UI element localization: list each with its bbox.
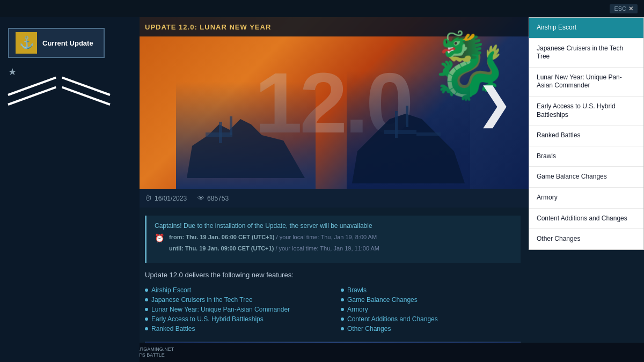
feature-bullet — [145, 289, 148, 292]
main-content: ⚓ Current Update ★ UPDATE 12.0: LUNAR NE… — [0, 17, 644, 362]
feature-item-right[interactable]: Armory — [341, 305, 521, 314]
chevron-line-left — [8, 77, 56, 96]
hero-image: UPDATE 12.0: LUNAR NEW YEAR 🐉 12.0 — [137, 17, 529, 189]
right-menu: Airship EscortJapanese Cruisers in the T… — [529, 17, 644, 250]
current-update-button[interactable]: ⚓ Current Update — [8, 28, 105, 58]
chevron-line2-left — [8, 86, 56, 106]
feature-label: Armory — [347, 306, 368, 313]
right-menu-item-5[interactable]: Brawls — [529, 146, 643, 167]
feature-item-left[interactable]: Airship Escort — [145, 285, 325, 295]
view-count: 685753 — [207, 195, 229, 202]
left-nav: ⚓ Current Update ★ — [0, 17, 140, 362]
meta-bar: ⏱ 16/01/2023 👁 685753 — [137, 189, 529, 208]
notice-from-time: Thu. 19 Jan. 06:00 CET (UTC+1) / your lo… — [186, 234, 377, 240]
center-content[interactable]: UPDATE 12.0: LUNAR NEW YEAR 🐉 12.0 — [137, 17, 529, 362]
update-title: UPDATE 12.0: LUNAR NEW YEAR — [145, 23, 271, 31]
hero-ship-right — [347, 71, 470, 189]
feature-bullet — [341, 298, 344, 301]
feature-label: Lunar New Year: Unique Pan-Asian Command… — [151, 306, 290, 313]
feature-label: Brawls — [347, 286, 367, 294]
right-menu-item-9[interactable]: Other Changes — [529, 229, 643, 249]
feature-item-left[interactable]: Ranked Battles — [145, 324, 325, 334]
features-left-col: Airship EscortJapanese Cruisers in the T… — [145, 285, 325, 334]
feature-bullet — [341, 327, 344, 330]
eye-icon: 👁 — [197, 194, 204, 202]
esc-label: ESC — [614, 5, 626, 12]
right-menu-item-4[interactable]: Ranked Battles — [529, 125, 643, 146]
esc-button[interactable]: ESC ✕ — [610, 4, 638, 13]
feature-label: Game Balance Changes — [347, 296, 418, 304]
notice-until-label: until: — [169, 245, 184, 252]
notice-main-text: Captains! Due to the installation of the… — [155, 222, 513, 230]
notice-until-row: ⏰ until: Thu. 19 Jan. 09:00 CET (UTC+1) … — [155, 245, 513, 254]
chevron-line2-right — [62, 86, 111, 106]
svg-rect-4 — [406, 106, 408, 127]
feature-bullet — [145, 298, 148, 301]
feature-item-left[interactable]: Japanese Cruisers in the Tech Tree — [145, 295, 325, 305]
feature-bullet — [145, 317, 148, 321]
chevron-line-right — [62, 77, 111, 96]
anchor-icon: ⚓ — [19, 36, 34, 50]
publish-date: 16/01/2023 — [155, 195, 187, 202]
features-intro: Update 12.0 delivers the following new f… — [145, 271, 521, 279]
feature-bullet — [145, 327, 148, 330]
right-menu-item-0[interactable]: Airship Escort — [529, 18, 643, 39]
right-menu-item-7[interactable]: Armory — [529, 188, 643, 209]
svg-rect-6 — [416, 132, 441, 136]
hero-next-arrow[interactable]: ❯ — [477, 78, 513, 128]
svg-rect-2 — [206, 132, 232, 137]
right-menu-item-6[interactable]: Game Balance Changes — [529, 167, 643, 188]
features-grid: Airship EscortJapanese Cruisers in the T… — [145, 285, 521, 334]
notice-until-time: Thu. 19 Jan. 09:00 CET (UTC+1) / your lo… — [185, 245, 379, 252]
feature-label: Other Changes — [347, 325, 391, 333]
close-icon: ✕ — [628, 5, 633, 12]
svg-rect-5 — [384, 130, 416, 134]
favorites-section: ★ — [8, 66, 131, 78]
features-section: Update 12.0 delivers the following new f… — [145, 271, 521, 334]
feature-label: Content Additions and Changes — [347, 315, 438, 323]
current-update-label: Current Update — [42, 39, 93, 47]
feature-label: Japanese Cruisers in the Tech Tree — [151, 296, 253, 304]
views-meta: 👁 685753 — [197, 194, 229, 202]
feature-label: Airship Escort — [151, 286, 191, 294]
feature-bullet — [341, 308, 344, 311]
feature-label: Early Access to U.S. Hybrid Battleships — [151, 315, 264, 323]
feature-item-left[interactable]: Lunar New Year: Unique Pan-Asian Command… — [145, 305, 325, 314]
notice-box: Captains! Due to the installation of the… — [145, 216, 521, 263]
right-menu-item-2[interactable]: Lunar New Year: Unique Pan-Asian Command… — [529, 68, 643, 97]
feature-item-right[interactable]: Brawls — [341, 285, 521, 295]
svg-rect-1 — [230, 116, 232, 135]
hero-ship-left — [176, 82, 316, 189]
right-menu-item-1[interactable]: Japanese Cruisers in the Tech Tree — [529, 39, 643, 68]
feature-bullet — [341, 289, 344, 292]
feature-label: Ranked Battles — [151, 325, 195, 333]
star-icon[interactable]: ★ — [8, 66, 17, 78]
anchor-icon-box: ⚓ — [16, 32, 37, 54]
right-menu-item-8[interactable]: Content Additions and Changes — [529, 209, 643, 230]
right-menu-item-3[interactable]: Early Access to U.S. Hybrid Battleships — [529, 97, 643, 125]
feature-bullet — [341, 317, 344, 321]
notice-from-row: ⏰ from: Thu. 19 Jan. 06:00 CET (UTC+1) /… — [155, 234, 513, 243]
feature-item-right[interactable]: Other Changes — [341, 324, 521, 334]
chevron-up — [8, 83, 110, 115]
date-meta: ⏱ 16/01/2023 — [145, 194, 187, 202]
feature-item-right[interactable]: Content Additions and Changes — [341, 314, 521, 324]
features-right-col: BrawlsGame Balance ChangesArmoryContent … — [341, 285, 521, 334]
notice-from-label: from: — [169, 234, 184, 240]
feature-item-right[interactable]: Game Balance Changes — [341, 295, 521, 305]
clock-icon: ⏰ — [155, 233, 165, 243]
feature-bullet — [145, 308, 148, 311]
chevron-nav — [8, 83, 110, 115]
feature-item-left[interactable]: Early Access to U.S. Hybrid Battleships — [145, 314, 325, 324]
calendar-icon: ⏱ — [145, 194, 152, 202]
top-bar: ESC ✕ — [0, 0, 644, 17]
